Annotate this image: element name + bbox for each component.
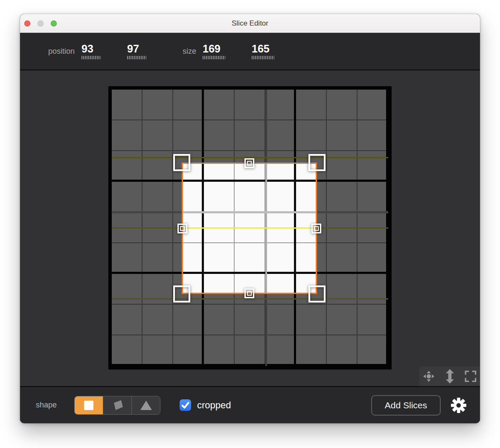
shape-segmented-control: [74, 396, 160, 415]
horizontal-guide-bottom: [112, 298, 388, 300]
fit-to-view-icon[interactable]: [464, 369, 477, 384]
shape-option-quad[interactable]: [103, 396, 131, 414]
size-height-scrubber[interactable]: 165: [252, 44, 274, 59]
position-y-value: 97: [127, 44, 146, 54]
checkmark-icon: [180, 399, 191, 411]
position-x-value: 93: [81, 44, 101, 54]
handle-right[interactable]: [311, 224, 321, 233]
scrubber-ticks: [127, 56, 146, 59]
scrubber-ticks: [252, 56, 274, 59]
scrubber-ticks: [81, 56, 101, 59]
inspector-toolbar: position 93 97 size 169 165: [20, 33, 480, 70]
add-slices-button[interactable]: Add Slices: [371, 395, 441, 416]
resize-vertical-icon[interactable]: [443, 369, 456, 384]
size-width-value: 169: [203, 44, 225, 54]
bottom-bar: shape cropped: [20, 386, 480, 423]
title-bar: Slice Editor: [20, 14, 480, 33]
handle-left[interactable]: [177, 224, 187, 233]
canvas-tools-strip: [419, 367, 480, 386]
pan-move-icon[interactable]: [422, 369, 436, 384]
gear-icon: [451, 397, 467, 413]
window-title: Slice Editor: [20, 19, 480, 28]
handle-bottom-left[interactable]: [173, 285, 190, 303]
position-x-scrubber[interactable]: 93: [81, 44, 101, 59]
size-label: size: [183, 47, 196, 56]
add-slices-label: Add Slices: [385, 400, 427, 410]
cropped-checkbox[interactable]: [180, 399, 191, 411]
size-width-scrubber[interactable]: 169: [203, 44, 225, 59]
shape-option-rectangle[interactable]: [75, 396, 103, 414]
handle-bottom[interactable]: [244, 288, 254, 298]
handle-bottom-right[interactable]: [308, 285, 326, 303]
shape-option-triangle[interactable]: [131, 396, 160, 414]
settings-button[interactable]: [450, 396, 468, 414]
handle-top-right[interactable]: [308, 154, 326, 171]
cropped-label: cropped: [197, 400, 231, 411]
scrubber-ticks: [203, 56, 225, 59]
position-y-scrubber[interactable]: 97: [127, 44, 146, 59]
canvas-viewport[interactable]: [20, 70, 480, 386]
quad-icon: [111, 399, 124, 412]
position-label: position: [48, 47, 75, 56]
size-height-value: 165: [252, 44, 274, 54]
slice-editor-window: Slice Editor position 93 97 size 169 165: [20, 14, 480, 423]
sliced-image-grid[interactable]: [108, 86, 392, 369]
cropped-checkbox-field[interactable]: cropped: [180, 399, 231, 411]
triangle-icon: [140, 399, 153, 411]
rectangle-icon: [84, 401, 93, 410]
slice-selection-rect[interactable]: [182, 163, 317, 294]
handle-top[interactable]: [244, 158, 254, 168]
handle-top-left[interactable]: [173, 154, 190, 171]
shape-label: shape: [36, 401, 57, 410]
